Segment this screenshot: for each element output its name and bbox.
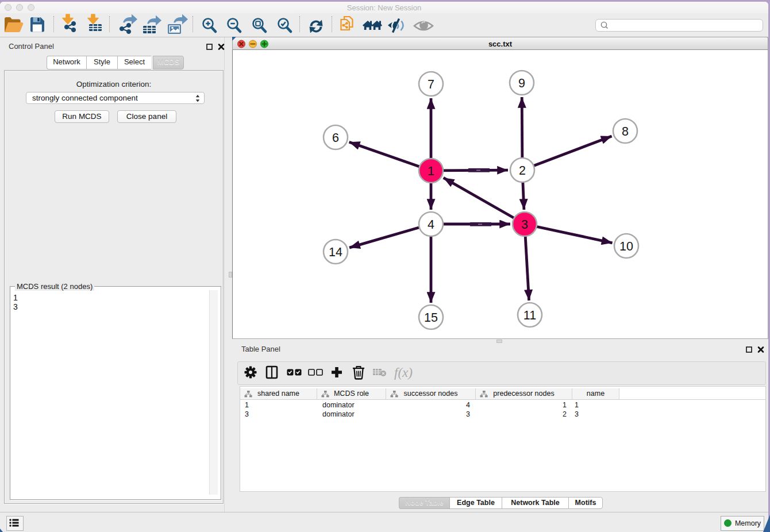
svg-text:10: 10 [619, 240, 633, 253]
svg-text:8: 8 [622, 125, 629, 138]
svg-text:f(x): f(x) [394, 365, 413, 380]
svg-text:9: 9 [518, 76, 525, 90]
svg-text:2: 2 [519, 164, 526, 178]
svg-text:1: 1 [428, 164, 434, 178]
svg-text:14: 14 [329, 245, 342, 259]
svg-text:11: 11 [523, 309, 536, 322]
svg-text:4: 4 [428, 218, 434, 232]
svg-text:3: 3 [521, 218, 528, 232]
svg-text:6: 6 [332, 131, 339, 145]
svg-text:15: 15 [424, 311, 438, 325]
svg-text:7: 7 [428, 78, 434, 91]
